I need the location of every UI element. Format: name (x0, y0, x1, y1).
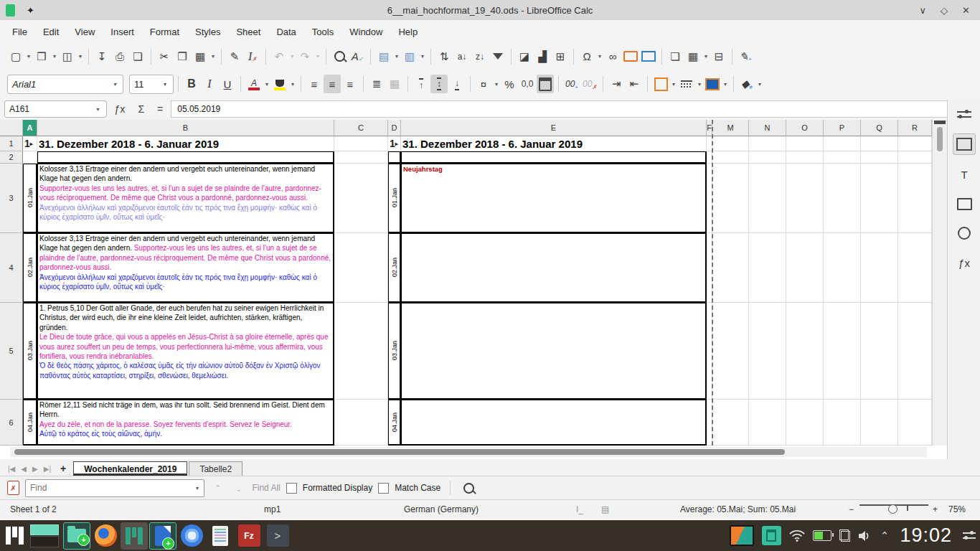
cell-E4[interactable] (401, 233, 707, 303)
font-name-combo[interactable]: Arial1▾ (7, 75, 123, 94)
cell-E2[interactable] (401, 151, 707, 164)
row-header-6[interactable]: 6 (0, 400, 23, 446)
cell[interactable] (749, 151, 786, 164)
cell-E6[interactable] (401, 400, 707, 446)
format-date-icon[interactable] (537, 75, 554, 93)
next-sheet-button[interactable]: ▶ (30, 462, 40, 476)
cell[interactable] (334, 400, 388, 446)
decrease-indent-icon[interactable]: ⇤ (626, 75, 643, 93)
menu-help[interactable]: Help (390, 22, 425, 42)
borders-icon[interactable] (652, 75, 669, 93)
italic-icon[interactable]: I (201, 75, 218, 93)
format-percent-icon[interactable]: % (501, 75, 518, 93)
align-bottom-icon[interactable]: ↓ (448, 75, 466, 93)
cell[interactable] (749, 303, 786, 400)
split-handle[interactable] (934, 121, 946, 124)
show-draw-functions-icon[interactable]: ✎+ (737, 47, 754, 66)
battery-icon[interactable] (813, 530, 831, 541)
menu-sheet[interactable]: Sheet (228, 22, 268, 42)
cell[interactable] (898, 136, 932, 151)
align-top-icon[interactable]: ↑ (413, 75, 430, 93)
sheet-count[interactable]: Sheet 1 of 2 (10, 504, 57, 514)
firefox-taskbar-button[interactable] (92, 522, 119, 550)
save-dropdown[interactable]: ▾ (77, 53, 84, 60)
column-header-P[interactable]: P (824, 120, 861, 136)
column-header-E[interactable]: E (401, 120, 707, 136)
column-header-B[interactable]: B (37, 120, 334, 136)
cell[interactable] (712, 136, 749, 151)
cell[interactable] (786, 151, 824, 164)
name-box[interactable]: A161▾ (4, 100, 107, 118)
cell[interactable] (898, 164, 932, 233)
taskbar-clock[interactable]: 19:02 (900, 524, 952, 547)
sidebar-properties-icon[interactable] (953, 133, 976, 155)
find-combo[interactable]: ▾ (25, 479, 204, 497)
cell[interactable] (712, 303, 749, 400)
spelling-icon[interactable]: A✓ (349, 47, 366, 66)
cell[interactable] (334, 136, 388, 151)
sort-descending-icon[interactable]: z↓ (471, 47, 489, 66)
tray-expand-chevron-icon[interactable]: ⌃ (880, 529, 890, 542)
cell[interactable] (786, 164, 824, 233)
insert-chart-icon[interactable]: ▟ (534, 47, 551, 66)
cut-icon[interactable]: ✂ (156, 47, 173, 66)
workspace-2[interactable] (30, 536, 59, 547)
menu-data[interactable]: Data (268, 22, 303, 42)
zoom-out-button[interactable]: − (849, 504, 854, 514)
headers-footers-icon[interactable]: ❏ (666, 47, 684, 66)
add-decimal-icon[interactable]: 00+ (563, 75, 580, 93)
close-button[interactable]: ✕ (962, 5, 970, 16)
cell[interactable] (712, 151, 749, 164)
cell-A1[interactable]: 1▸ (23, 136, 37, 151)
sheet-tab-wochenkalender[interactable]: Wochenkalender_2019 (73, 461, 187, 476)
workspace-1[interactable] (30, 524, 59, 536)
insert-image-icon[interactable]: ◪ (516, 47, 533, 66)
zoom-slider-thumb[interactable] (888, 504, 897, 514)
cell-E3-holiday[interactable]: Neujahrstag (401, 164, 707, 233)
row-header-3[interactable]: 3 (0, 164, 23, 233)
sidebar-settings-icon[interactable] (953, 104, 975, 124)
cell-D4-day-label[interactable]: 02.Jan (388, 233, 401, 303)
match-case-checkbox[interactable] (378, 483, 389, 494)
sort-ascending-icon[interactable]: a↓ (453, 47, 471, 66)
cell[interactable] (824, 400, 861, 446)
center-vertically-icon[interactable]: ↕ (430, 75, 448, 93)
cell[interactable] (334, 164, 388, 233)
menu-format[interactable]: Format (142, 22, 187, 42)
cell[interactable] (334, 303, 388, 400)
menu-file[interactable]: File (4, 22, 35, 42)
column-header-R[interactable]: R (898, 120, 932, 136)
highlight-dropdown[interactable]: ▾ (289, 81, 296, 88)
sidebar-functions-icon[interactable]: ƒx (953, 253, 975, 273)
insert-column-icon[interactable]: ▥ (401, 47, 418, 66)
save-icon[interactable]: ◫ (59, 47, 76, 66)
column-header-O[interactable]: O (786, 120, 824, 136)
cell[interactable] (861, 151, 898, 164)
cell-D1[interactable]: 1▸ (388, 136, 401, 151)
column-header-N[interactable]: N (749, 120, 786, 136)
increase-indent-icon[interactable]: ⇥ (608, 75, 625, 93)
terminal-taskbar-button[interactable]: > (264, 522, 291, 550)
border-style-icon[interactable] (678, 75, 695, 93)
cell-D3-day-label[interactable]: 01.Jan (388, 164, 401, 233)
special-character-dropdown[interactable]: ▾ (596, 53, 603, 60)
clone-formatting-icon[interactable]: ✎ (226, 47, 243, 66)
insert-comment-icon[interactable] (622, 47, 639, 66)
column-header-D[interactable]: D (388, 120, 401, 136)
cell[interactable] (712, 400, 749, 446)
cell[interactable] (749, 233, 786, 303)
row-header-1[interactable]: 1 (0, 136, 23, 151)
export-pdf-icon[interactable]: ↧ (93, 47, 110, 66)
insert-mode-icon[interactable]: I_ (576, 504, 583, 514)
insert-pivot-table-icon[interactable]: ⊞ (552, 47, 569, 66)
cell[interactable] (712, 164, 749, 233)
sidebar-gallery-icon[interactable] (953, 194, 975, 214)
cell[interactable] (824, 303, 861, 400)
column-header-A[interactable]: A (23, 120, 37, 136)
border-color-icon[interactable] (704, 75, 721, 93)
find-replace-icon[interactable] (331, 47, 348, 66)
trash-tray-icon[interactable] (762, 526, 781, 545)
cell[interactable] (786, 303, 824, 400)
split-window-icon[interactable]: ⊟ (710, 47, 727, 66)
cell[interactable] (861, 233, 898, 303)
